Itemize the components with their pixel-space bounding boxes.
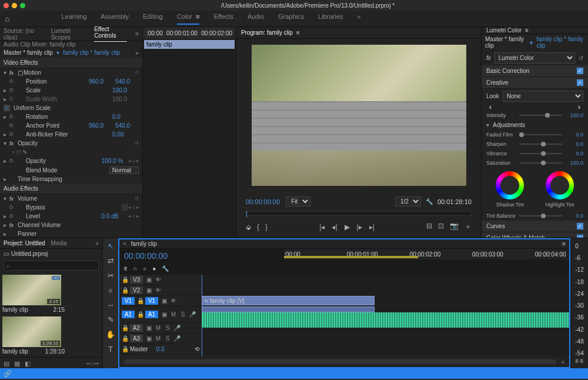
timeline-ruler[interactable]: :00:00 00:00:01:00 00:00:02:00 00:00:03:… [284, 249, 569, 259]
list-view-icon[interactable]: ▤ [4, 360, 9, 368]
mark-clip-icon[interactable]: } [265, 223, 268, 231]
window-controls[interactable] [4, 3, 25, 8]
workspace-audio[interactable]: Audio [248, 13, 264, 25]
basic-correction-section[interactable]: Basic Correction✓ [482, 65, 588, 77]
program-timecode-left[interactable]: 00:00:00:00 [246, 198, 280, 205]
step-back-icon[interactable]: ◂| [332, 223, 337, 231]
overflow-icon[interactable]: » [95, 240, 99, 246]
reset-icon[interactable]: ↺ [579, 55, 583, 61]
panel-menu-icon[interactable]: ≡ [525, 27, 529, 34]
workspace-learning[interactable]: Learning [61, 13, 86, 25]
sequence-tab[interactable]: family clip [131, 241, 157, 247]
workspace-effects[interactable]: Effects [213, 13, 233, 25]
track-a1[interactable]: A1🔒A1▣MS🎤 [119, 306, 202, 323]
motion-effect[interactable]: ▾fx▢ Motion ↺ [0, 68, 142, 77]
reset-icon[interactable]: ↺ [135, 196, 139, 201]
panel-menu-icon[interactable]: ≡ [296, 29, 300, 36]
workspace-overflow-icon[interactable]: » [357, 13, 360, 25]
link-icon[interactable]: 🔗 [4, 370, 12, 378]
reset-icon[interactable]: ↺ [135, 141, 139, 146]
settings-icon[interactable]: 🔧 [426, 198, 433, 205]
selection-tool-icon[interactable]: ↖ [108, 242, 114, 251]
fit-dropdown[interactable]: Fit [286, 196, 310, 206]
curves-section[interactable]: Curves✓ [482, 221, 588, 232]
creative-section[interactable]: Creative✓ [482, 77, 588, 89]
intensity-slider[interactable]: Intensity 100.0 [482, 111, 588, 120]
look-dropdown[interactable]: None [503, 91, 583, 102]
tab-lumetri-scopes[interactable]: Lumetri Scopes [51, 28, 86, 41]
tab-audio-mixer[interactable]: Audio Clip Mixer: family clip [4, 41, 75, 48]
clip-thumbnail[interactable]: HD2:15 family clip2:15 [2, 275, 100, 313]
home-icon[interactable]: ⌂ [5, 14, 9, 24]
slip-tool-icon[interactable]: ↔ [107, 301, 115, 309]
panel-menu-icon[interactable]: ≡ [562, 241, 566, 247]
timeline-timecode[interactable]: 00:00:00:00 [119, 249, 202, 263]
play-icon[interactable]: ▶ [345, 223, 350, 231]
shadow-tint-wheel[interactable]: Shadow Tint [493, 171, 527, 208]
pen-tool-icon[interactable]: ✎ [108, 315, 114, 324]
panel-menu-icon[interactable]: ≡ [135, 31, 139, 37]
blend-mode-property[interactable]: Blend Mode Normal [0, 165, 142, 175]
workspace-assembly[interactable]: Assembly [101, 13, 129, 25]
opacity-effect[interactable]: ▾fx Opacity ↺ [0, 139, 142, 148]
close-sequence-icon[interactable]: × [123, 241, 126, 247]
level-property[interactable]: ▸Ŏ Level 0.0 dB ◂ ◇ ▸ [0, 212, 142, 221]
effect-timeline-clip[interactable]: family clip [144, 40, 235, 49]
export-frame-icon[interactable]: 📷 [450, 222, 459, 232]
position-property[interactable]: Ŏ Position 960.0 540.0 [0, 77, 142, 86]
program-title[interactable]: Program: family clip [241, 29, 293, 36]
tab-effect-controls[interactable]: Effect Controls [94, 26, 127, 42]
timeline-content[interactable]: fx family clip [V] [202, 275, 569, 356]
tab-project[interactable]: Project: Untitled [4, 240, 45, 246]
mask-tools[interactable]: ○ □ ✎ [0, 148, 142, 156]
lift-icon[interactable]: ⊟ [426, 222, 432, 232]
uniform-scale-check[interactable]: ✓ Uniform Scale [0, 104, 142, 112]
bypass-property[interactable]: Ŏ Bypass ◂ ◇ ▸ [0, 203, 142, 212]
lumetri-title[interactable]: Lumetri Color [486, 27, 522, 34]
clip-link[interactable]: family clip * family clip [63, 49, 120, 56]
tab-media[interactable]: Media [51, 240, 67, 246]
resolution-dropdown[interactable]: 1/2 [395, 196, 421, 206]
volume-effect[interactable]: ▾fx Volume ↺ [0, 194, 142, 203]
opacity-property[interactable]: ▸Ŏ Opacity 100.0 % ◂ ◇ ▸ [0, 156, 142, 165]
razor-tool-icon[interactable]: ⟐ [108, 286, 113, 295]
timeline-options-icon[interactable]: ○ [561, 359, 564, 365]
track-v1[interactable]: V1🔒V1▣👁 [119, 296, 202, 306]
workspace-editing[interactable]: Editing [143, 13, 163, 25]
faded-film-slider[interactable]: Faded Film0.0 [482, 130, 588, 139]
extract-icon[interactable]: ⊡ [438, 222, 444, 232]
anchor-point-property[interactable]: Ŏ Anchor Point 960.0 540.0 [0, 121, 142, 130]
track-a3[interactable]: 🔒A3▣MS🎤 [119, 334, 202, 344]
vibrance-slider[interactable]: Vibrance0.0 [482, 149, 588, 158]
solo-left[interactable]: S [576, 359, 579, 364]
sharpen-slider[interactable]: Sharpen0.0 [482, 139, 588, 149]
program-scrubber[interactable] [246, 211, 472, 216]
track-select-tool-icon[interactable]: ⇄ [108, 256, 114, 265]
track-v2[interactable]: 🔒V2▣👁 [119, 285, 202, 296]
workspace-graphics[interactable]: Graphics [278, 13, 304, 25]
close-window-icon[interactable] [4, 3, 9, 8]
clip-thumbnail[interactable]: 1:28:10 family clip1:28:10 [2, 316, 100, 355]
go-to-in-icon[interactable]: |◂ [319, 223, 325, 231]
workspace-color[interactable]: Color ≡ [177, 13, 200, 25]
project-bin[interactable]: ▭Untitled.prproj [0, 249, 102, 259]
scale-property[interactable]: ▸Ŏ Scale 100.0 [0, 86, 142, 95]
tint-balance-slider[interactable]: Tint Balance0.0 [482, 211, 588, 221]
audio-clip[interactable] [202, 312, 569, 328]
color-wheels-section[interactable]: Color Wheels & Match✓ [482, 232, 588, 238]
lumetri-effect-select[interactable]: Lumetri Color [495, 52, 575, 64]
time-remapping-effect[interactable]: ▸ Time Remapping [0, 175, 142, 184]
track-master[interactable]: 🔒Master0.0⟲ [119, 344, 202, 355]
step-forward-icon[interactable]: |▸ [357, 223, 362, 231]
workspace-libraries[interactable]: Libraries [318, 13, 343, 25]
antiflicker-property[interactable]: ▸Ŏ Anti-flicker Filter 0.00 [0, 130, 142, 139]
solo-right[interactable]: S [580, 359, 584, 364]
tab-source[interactable]: Source: (no clips) [4, 28, 43, 41]
mark-out-icon[interactable]: { [257, 223, 259, 231]
project-search-input[interactable] [4, 261, 99, 271]
maximize-window-icon[interactable] [20, 3, 25, 8]
highlight-tint-wheel[interactable]: Highlight Tint [543, 171, 577, 208]
zoom-scrollbar[interactable] [124, 359, 556, 364]
saturation-slider[interactable]: Saturation100.0 [482, 158, 588, 168]
type-tool-icon[interactable]: T [108, 345, 113, 354]
